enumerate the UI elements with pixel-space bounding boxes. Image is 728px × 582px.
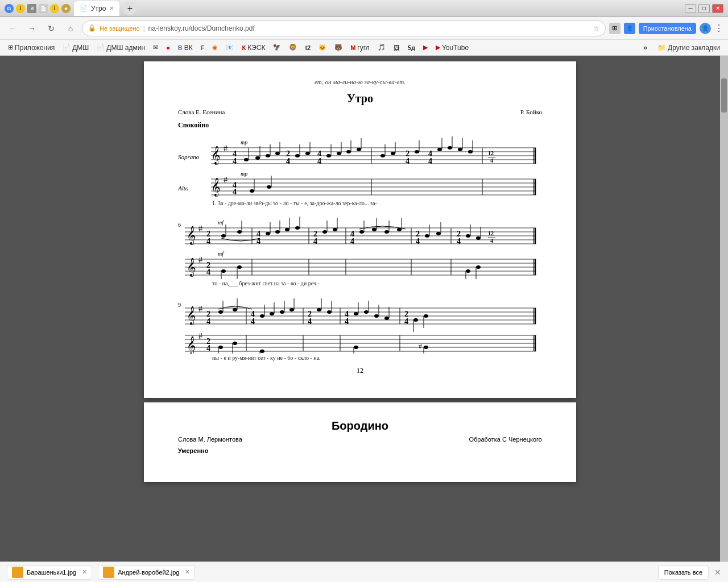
scrollbar-thumb[interactable] [721,78,727,113]
svg-point-206 [374,314,379,318]
download-item-2[interactable]: Андрей-воробей2.jpg ✕ [98,565,195,580]
svg-text:4: 4 [233,157,237,165]
tab-pdf-icon: 📄 [80,5,88,12]
browser-tabs: G i 🖥 📄 i ★ [5,4,71,13]
svg-text:4: 4 [345,317,349,326]
bookmark-red[interactable]: ● [163,43,173,53]
svg-point-73 [267,185,271,189]
svg-text:4: 4 [257,237,260,246]
download-item-1[interactable]: Барашеньки1.jpg ✕ [7,565,92,580]
tab-icon-4: i [50,4,59,13]
author-left: Слова Е. Есенина [178,109,225,115]
staff-system-1: Soprano 𝄞 # 4 4 [178,131,542,199]
active-tab[interactable]: 📄 Утро ✕ [74,1,119,16]
bookmark-dmsh[interactable]: 📄 ДМШ [59,42,92,53]
minimize-btn[interactable]: ─ [685,4,696,13]
bookmark-star-icon[interactable]: ☆ [593,24,599,32]
page2-author-right: Обработка С Чернецкого [469,436,542,443]
more-bookmarks-btn[interactable]: » [640,43,651,53]
bookmark-youtube[interactable]: ▶ YouTube [432,42,472,53]
bookmark-t2[interactable]: t2 [301,43,314,53]
bookmark-lion[interactable]: 🦁 [286,42,300,53]
svg-point-152 [221,269,226,273]
close-btn[interactable]: ✕ [712,4,723,13]
svg-point-108 [322,230,327,234]
svg-point-29 [337,152,341,155]
bookmark-bear[interactable]: 🐻 [331,42,346,53]
bookmark-cat[interactable]: 🐱 [315,42,330,53]
svg-point-15 [266,154,270,157]
refresh-btn[interactable]: ↻ [43,20,59,36]
bookmark-dmsh-admin[interactable]: 📄 ДМШ админ [93,42,148,53]
forward-btn[interactable]: → [24,20,40,36]
bookmark-apps[interactable]: ⊞ Приложения [5,42,58,53]
bookmark-mail[interactable]: ✉ [150,42,162,53]
new-tab-btn[interactable]: + [123,2,136,15]
bookmark-mail2[interactable]: 📧 [222,42,237,53]
ext-icon-1[interactable]: ⊞ [609,23,621,34]
download-label-2: Андрей-воробей2.jpg [118,569,179,576]
pdf-page-2-tempo: Умеренно [178,447,542,454]
address-bar[interactable]: 🔓 Не защищено | na-lenskoy.ru/docs/Dumch… [82,20,606,36]
bookmark-eagle[interactable]: 🦅 [270,42,284,53]
google-favicon: G [5,4,14,13]
bookmark-img[interactable]: 🖼 [390,43,403,53]
back-btn[interactable]: ← [5,20,20,36]
staff-system-2: 6 𝄞 # 2 4 [178,211,542,279]
home-btn[interactable]: ⌂ [63,20,78,36]
svg-text:#: # [198,305,202,313]
paused-btn[interactable]: Приостановлена [639,23,696,34]
bookmark-fb[interactable]: F [197,43,208,53]
bookmarks-bar: ⊞ Приложения 📄 ДМШ 📄 ДМШ админ ✉ ● В ВК … [0,40,728,56]
svg-point-71 [250,189,254,193]
bookmark-apps-label: Приложения [15,44,55,52]
svg-point-117 [372,228,377,231]
svg-text:𝄞: 𝄞 [187,306,196,326]
svg-text:#: # [224,176,228,184]
main-content: ет, он ма-ли-но-ю за-ку-сы-ва-ет. Утро С… [0,56,728,562]
downloads-bar: Барашеньки1.jpg ✕ Андрей-воробей2.jpg ✕ … [0,562,728,582]
svg-point-195 [317,308,321,311]
menu-btn[interactable]: ⋮ [714,23,723,34]
download-close-2[interactable]: ✕ [185,568,190,576]
download-thumb-1 [12,567,23,578]
staff-system-3: 9 𝄞 # 2 4 [178,291,542,354]
maximize-btn[interactable]: □ [698,4,710,13]
music-section-2: 6 𝄞 # 2 4 [178,211,542,286]
svg-text:𝄞: 𝄞 [187,336,196,354]
svg-point-97 [266,232,270,235]
bookmark-dmsh-label: ДМШ [72,44,89,52]
bookmark-kesk[interactable]: К КЭСК [238,42,268,53]
other-bookmarks-btn[interactable]: 📁 Другие закладки [654,42,723,53]
bookmark-music[interactable]: 🎵 [374,42,389,53]
svg-point-202 [354,312,358,315]
account-icon[interactable]: 👤 [624,23,635,34]
bookmark-vk[interactable]: В ВК [175,42,196,53]
svg-point-23 [305,152,310,155]
other-bookmarks-label: Другие закладки [668,44,720,52]
svg-text:Soprano: Soprano [178,153,200,160]
svg-point-128 [436,232,441,235]
svg-point-21 [295,154,300,157]
svg-text:4: 4 [404,317,408,326]
bookmark-gmail[interactable]: M гугл [347,42,373,53]
bookmark-orange[interactable]: ◉ [209,42,221,53]
svg-text:4: 4 [206,317,210,326]
show-all-btn[interactable]: Показать все [658,565,709,580]
tab-icon-5: ★ [61,4,71,13]
profile-icon[interactable]: 👤 [700,23,711,34]
download-close-1[interactable]: ✕ [82,568,87,576]
svg-point-101 [285,228,289,231]
bookmark-yt-play[interactable]: ▶ [420,42,431,53]
bottom-bar-close[interactable]: ✕ [714,568,721,577]
scrollbar[interactable] [720,56,728,562]
tab-close-btn[interactable]: ✕ [109,5,114,11]
svg-text:#: # [198,332,202,340]
mail-icon: ✉ [153,44,158,51]
svg-point-161 [466,269,470,273]
bookmark-5d[interactable]: 5д [404,43,419,53]
svg-point-90 [221,234,226,238]
staff-svg-1: Soprano 𝄞 # 4 4 [178,131,542,199]
pdf-viewer[interactable]: ет, он ма-ли-но-ю за-ку-сы-ва-ет. Утро С… [0,56,720,562]
page-top-text: ет, он ма-ли-но-ю за-ку-сы-ва-ет. [178,78,542,85]
